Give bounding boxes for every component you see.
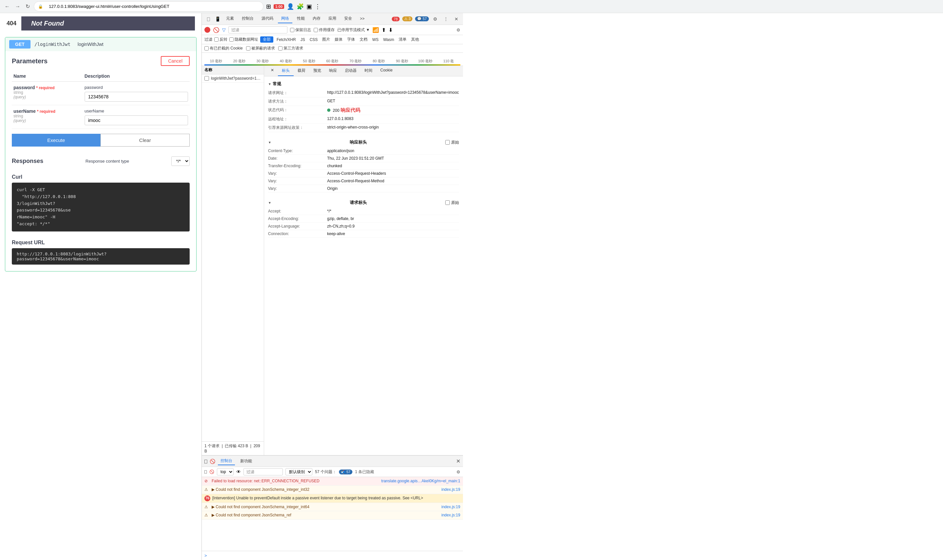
name-col-header: 名称 — [204, 67, 212, 73]
wasm-filter[interactable]: Wasm — [382, 37, 396, 42]
cancel-button[interactable]: Cancel — [161, 56, 190, 66]
detail-tab-cookie[interactable]: Cookie — [377, 66, 397, 76]
console-tab-console[interactable]: 控制台 — [218, 457, 235, 465]
tab-console[interactable]: 控制台 — [239, 14, 257, 23]
header-row-status: 状态代码： 200 响应代码 — [268, 106, 459, 115]
user-icon[interactable]: 👤 — [287, 3, 294, 10]
record-button[interactable] — [204, 27, 210, 33]
other-filter[interactable]: 其他 — [410, 36, 420, 43]
param-input-password[interactable] — [85, 92, 188, 102]
request-headers-title[interactable]: 请求标头 原始 — [268, 198, 459, 208]
content-type-select[interactable]: */* — [171, 156, 190, 166]
request-count: 1 个请求 — [204, 444, 219, 448]
param-input-username[interactable] — [85, 115, 188, 125]
detail-close-btn[interactable]: ✕ — [267, 66, 278, 76]
blocked-requests-checkbox[interactable]: 被屏蔽的请求 — [246, 46, 275, 51]
js-filter[interactable]: JS — [299, 37, 306, 42]
response-headers-title[interactable]: 响应标头 原始 — [268, 137, 459, 147]
detail-tab-headers[interactable]: 标头 — [278, 66, 294, 76]
css-filter[interactable]: CSS — [309, 37, 319, 42]
raw-checkbox-label-resp[interactable]: 原始 — [445, 140, 459, 145]
console-clear-icon2[interactable]: 🚫 — [209, 469, 214, 474]
tab-application[interactable]: 应用 — [325, 14, 340, 23]
detach-icon[interactable]: ⋮ — [442, 15, 450, 23]
console-filter-input[interactable] — [244, 468, 283, 475]
execute-button[interactable]: Execute — [12, 134, 100, 146]
third-party-checkbox[interactable]: 第三方请求 — [278, 46, 303, 51]
ws-filter[interactable]: WS — [371, 37, 380, 42]
detail-tab-timing[interactable]: 时间 — [361, 66, 377, 76]
menu-icon[interactable]: ⋮ — [315, 3, 321, 10]
console-clear-icon[interactable]: 🚫 — [210, 459, 215, 464]
upload-icon[interactable]: ⬆ — [381, 27, 386, 33]
console-settings-icon[interactable]: ⚙ — [457, 469, 460, 474]
fetch-xhr-filter[interactable]: Fetch/XHR — [275, 37, 297, 42]
tab-sources[interactable]: 源代码 — [258, 14, 276, 23]
forward-button[interactable]: → — [14, 3, 22, 10]
raw-checkbox-label-req[interactable]: 原始 — [445, 200, 459, 206]
detail-tab-response[interactable]: 响应 — [325, 66, 341, 76]
wifi-icon[interactable]: 📶 — [372, 27, 379, 33]
settings-icon[interactable]: ⚙ — [432, 15, 439, 23]
tl-60ms: 60 毫秒 — [321, 59, 344, 64]
extensions-icon[interactable]: ⊞ — [266, 3, 271, 10]
general-section-title[interactable]: 常规 — [268, 79, 459, 89]
col-desc-header: Description — [83, 71, 190, 82]
console-close-btn[interactable]: ✕ — [456, 458, 460, 464]
level-select[interactable]: 默认级别 — [286, 468, 312, 475]
close-devtools-icon[interactable]: ✕ — [452, 15, 460, 23]
preserve-log-checkbox[interactable]: 保留日志 — [290, 27, 311, 33]
tab-elements[interactable]: 元素 — [223, 14, 237, 23]
device-icon[interactable]: 📱 — [214, 15, 221, 23]
layout-icon[interactable]: ▣ — [306, 3, 312, 10]
doc-filter[interactable]: 文档 — [358, 36, 369, 43]
network-settings-icon[interactable]: ⚙ — [457, 28, 460, 32]
error-badge: 1:00 — [274, 4, 284, 9]
msg-link-3[interactable]: index.js:19 — [441, 504, 460, 510]
disable-cache-checkbox[interactable]: 停用缓存 — [314, 27, 335, 33]
tab-security[interactable]: 安全 — [341, 14, 355, 23]
detail-tab-preview[interactable]: 预览 — [309, 66, 325, 76]
raw-checkbox-resp[interactable] — [445, 140, 450, 145]
manifest-filter[interactable]: 清单 — [397, 36, 408, 43]
blocked-cookies-checkbox[interactable]: 有已拦截的 Cookie — [204, 46, 243, 51]
param-name-username: userName* required — [14, 109, 81, 114]
raw-checkbox-req[interactable] — [445, 200, 450, 205]
tab-network[interactable]: 网络 — [278, 14, 292, 23]
network-item-login[interactable]: loginWithJwt?password=123... — [202, 74, 264, 83]
console-expand-icon[interactable]: ⎕ — [204, 459, 207, 464]
media-filter[interactable]: 媒体 — [333, 36, 344, 43]
detail-tab-payload[interactable]: 载荷 — [294, 66, 309, 76]
reverse-checkbox[interactable]: 反转 — [214, 37, 227, 42]
img-filter[interactable]: 图片 — [321, 36, 332, 43]
puzzle-icon[interactable]: 🧩 — [296, 3, 304, 10]
eye-icon[interactable]: 👁 — [236, 469, 241, 474]
console-tab-new[interactable]: 新功能 — [238, 457, 255, 465]
network-filter-input[interactable] — [228, 26, 287, 34]
detail-tab-initiator[interactable]: 启动器 — [341, 66, 361, 76]
hide-data-url-checkbox[interactable]: 隐藏数据网址 — [229, 37, 258, 42]
clear-button[interactable]: Clear — [100, 134, 190, 146]
msg-link-1[interactable]: translate.google.apis…AkeI0Kg/m=el_main:… — [381, 478, 460, 484]
tab-more[interactable]: >> — [357, 15, 368, 23]
all-filter-btn[interactable]: 全部 — [260, 36, 273, 43]
console-expand-icon2[interactable]: ⎕ — [204, 469, 207, 474]
font-filter[interactable]: 字体 — [346, 36, 357, 43]
clear-network-icon[interactable]: 🚫 — [213, 27, 219, 33]
endpoint-header[interactable]: GET /loginWithJwt loginWithJwt — [5, 37, 196, 51]
refresh-button[interactable]: ↻ — [24, 3, 31, 10]
tab-performance[interactable]: 性能 — [294, 14, 308, 23]
msg-link-2[interactable]: index.js:19 — [441, 487, 460, 492]
context-select[interactable]: top — [217, 468, 234, 475]
url-bar[interactable] — [45, 3, 259, 10]
header-row-date: Date: Thu, 22 Jun 2023 01:51:20 GMT — [268, 155, 459, 162]
msg-link-4[interactable]: index.js:19 — [441, 512, 460, 518]
tab-memory[interactable]: 内存 — [309, 14, 324, 23]
network-item-checkbox[interactable] — [204, 76, 209, 81]
back-button[interactable]: ← — [3, 3, 11, 10]
inspect-icon[interactable]: ⎕ — [204, 15, 212, 23]
console-input[interactable] — [209, 553, 460, 558]
filter-icon[interactable]: ▽ — [222, 27, 226, 32]
console-msg-intervention: 76 [Intervention] Unable to preventDefau… — [202, 494, 463, 503]
download-icon[interactable]: ⬇ — [389, 27, 393, 33]
